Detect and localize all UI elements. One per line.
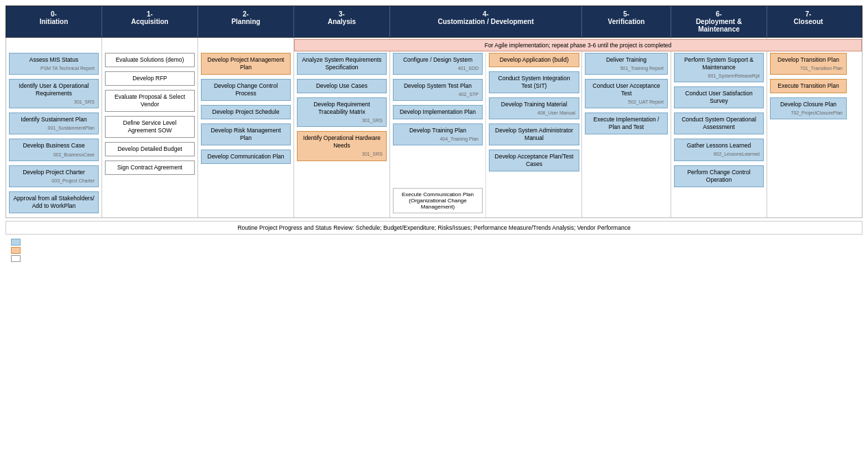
box-uat: Conduct User Acceptance Test 502_UAT Rep… [585, 79, 668, 108]
col-analysis: Analyze System Requirements Specificatio… [294, 38, 390, 217]
box-sys-operational: Conduct System Operational Assessment [674, 112, 764, 134]
box-configure-design: Configure / Design System 401_SDD [393, 53, 483, 75]
header-row: 0-Initiation 1-Acquisition 2-Planning 3-… [5, 5, 863, 38]
legend-item-orange [11, 247, 863, 254]
header-col-5: 5-Verification [582, 6, 671, 37]
header-col-4: 4-Customization / Development [390, 6, 582, 37]
box-risk-mgmt: Develop Risk Management Plan [201, 123, 291, 145]
col-initiation: Assess MIS Status PSM TA Technical Repor… [6, 38, 102, 217]
col-closeout: Develop Transition Plan 701_Transition P… [767, 38, 849, 217]
box-sys-support: Perform System Support & Maintenance 601… [674, 53, 764, 82]
col-4-inner: Configure / Design System 401_SDD Develo… [390, 38, 581, 217]
col-acquisition: Evaluate Solutions (demo) Develop RFP Ev… [102, 38, 198, 217]
header-col-7: 7-Closeout [767, 6, 849, 37]
box-req-traceability: Develop Requirement Traceability Matrix … [297, 97, 387, 127]
col-4a: Configure / Design System 401_SDD Develo… [390, 53, 486, 217]
box-project-charter: Develop Project Charter 003_Project Char… [9, 165, 99, 187]
box-evaluate-proposal: Evaluate Proposal & Select Vendor [105, 90, 195, 112]
box-evaluate-solutions: Evaluate Solutions (demo) [105, 53, 195, 67]
box-change-control-op: Perform Change Control Operation [674, 165, 764, 187]
box-sign-contract: Sign Contract Agreement [105, 160, 195, 175]
col-customization: Configure / Design System 401_SDD Develo… [390, 38, 582, 217]
legend-item-white [11, 255, 863, 262]
header-col-0: 0-Initiation [6, 6, 102, 37]
box-transition-plan: Develop Transition Plan 701_Transition P… [770, 53, 847, 75]
box-detailed-budget: Develop Detailed Budget [105, 142, 195, 156]
legend [11, 239, 863, 262]
box-sla-sow: Define Service Level Agreement SOW [105, 116, 195, 138]
header-col-2: 2-Planning [198, 6, 294, 37]
box-business-case: Develop Business Case 002_BusinessCase [9, 139, 99, 160]
box-acceptance-plan: Develop Acceptance Plan/Test Cases [489, 150, 579, 171]
page: 0-Initiation 1-Acquisition 2-Planning 3-… [0, 0, 868, 452]
box-approval: Approval from all Stakeholders/ Add to W… [9, 191, 99, 213]
box-use-cases: Develop Use Cases [297, 79, 387, 93]
box-closure-plan: Develop Closure Plan 702_ProjectClosureP… [770, 97, 847, 119]
box-sys-integration-test: Conduct System Integration Test (SIT) [489, 71, 579, 93]
col-4b: Develop Application (build) Conduct Syst… [486, 53, 582, 217]
header-col-6: 6-Deployment &Maintenance [671, 6, 767, 37]
legend-color-orange [11, 247, 21, 254]
box-assess-mis: Assess MIS Status PSM TA Technical Repor… [9, 53, 99, 75]
box-lessons-learned: Gather Lessons Learned 602_LessonsLearne… [674, 139, 764, 160]
box-develop-app: Develop Application (build) [489, 53, 579, 67]
box-training-material: Develop Training Material 406_User Manua… [489, 97, 579, 119]
legend-color-blue [11, 239, 21, 246]
box-identify-user-req: Identify User & Operational Requirements… [9, 79, 99, 108]
box-execute-impl: Execute Implementation / Plan and Test [585, 112, 668, 134]
box-training-plan: Develop Training Plan 404_Training Plan [393, 123, 483, 145]
box-deliver-training: Deliver Training 501_Training Report [585, 53, 668, 75]
box-impl-plan: Develop Implementation Plan [393, 105, 483, 119]
box-sys-test-plan: Develop System Test Plan 402_STP [393, 79, 483, 101]
box-project-mgmt-plan: Develop Project Management Plan [201, 53, 291, 75]
box-user-satisfaction: Conduct User Satisfaction Survey [674, 86, 764, 108]
box-hardware-needs: Identify Operational Hardware Needs 301_… [297, 131, 387, 160]
col-verification: Deliver Training 501_Training Report Con… [582, 38, 671, 217]
box-change-control: Develop Change Control Process [201, 79, 291, 101]
box-sys-admin-manual: Develop System Administrator Manual [489, 123, 579, 145]
bottom-banner: Routine Project Progress and Status Revi… [5, 221, 863, 235]
content-area: For Agile implementation; repeat phase 3… [5, 38, 863, 218]
box-develop-rfp: Develop RFP [105, 71, 195, 86]
box-project-schedule: Develop Project Schedule [201, 105, 291, 119]
box-sustainment: Identify Sustainment Plan 001_Sustainmen… [9, 112, 99, 134]
header-col-3: 3-Analysis [294, 6, 390, 37]
agile-banner: For Agile implementation; repeat phase 3… [294, 39, 862, 51]
header-col-1: 1-Acquisition [102, 6, 198, 37]
box-analyze-sys-req: Analyze System Requirements Specificatio… [297, 53, 387, 75]
legend-item-blue [11, 239, 863, 246]
legend-color-white [11, 255, 21, 262]
box-execute-transition: Execute Transition Plan [770, 79, 847, 93]
exec-comm-banner: Execute Communication Plan(Organizationa… [393, 188, 483, 213]
box-communication-plan: Develop Communication Plan [201, 150, 291, 164]
col-deployment: Perform System Support & Maintenance 601… [671, 38, 767, 217]
col-planning: Develop Project Management Plan Develop … [198, 38, 294, 217]
